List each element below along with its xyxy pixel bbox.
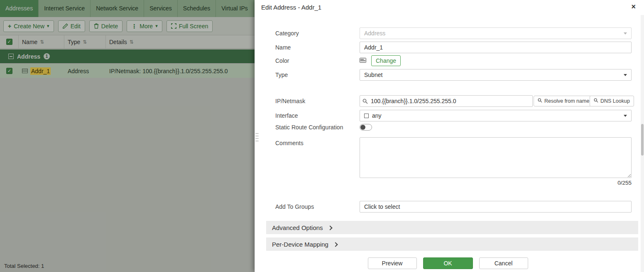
ok-button[interactable]: OK	[423, 257, 473, 269]
interface-value: any	[372, 112, 382, 119]
resize-grip[interactable]	[255, 132, 259, 145]
search-icon	[594, 98, 598, 104]
screen: Addresses Internet Service Network Servi…	[0, 0, 644, 272]
static-route-label: Static Route Configuration	[275, 121, 343, 133]
color-field: Change	[360, 55, 401, 66]
advanced-options-label: Advanced Options	[272, 224, 323, 231]
per-device-mapping-section[interactable]: Per-Device Mapping	[266, 237, 638, 251]
type-select[interactable]: Subnet	[360, 69, 632, 81]
dialog-footer: Preview OK Cancel	[255, 255, 641, 272]
color-label: Color	[275, 55, 289, 67]
caret-down-icon	[624, 32, 627, 35]
add-to-groups-input[interactable]	[360, 201, 632, 213]
caret-down-icon	[624, 115, 627, 117]
cancel-button[interactable]: Cancel	[479, 257, 528, 269]
close-icon[interactable]: ×	[631, 2, 636, 12]
color-swatch-icon[interactable]	[360, 57, 366, 64]
caret-down-icon	[624, 74, 627, 76]
category-label: Category	[275, 27, 299, 39]
comments-label: Comments	[275, 137, 304, 149]
scrollbar-thumb[interactable]	[641, 124, 644, 156]
interface-select[interactable]: any	[360, 110, 632, 121]
change-color-button[interactable]: Change	[371, 55, 401, 66]
name-label: Name	[275, 42, 291, 53]
chevron-right-icon	[333, 242, 338, 247]
ip-netmask-input[interactable]	[360, 95, 533, 107]
dns-lookup-label: DNS Lookup	[600, 98, 630, 104]
addresses-page: Addresses Internet Service Network Servi…	[0, 0, 255, 272]
preview-button[interactable]: Preview	[368, 257, 417, 269]
comments-textarea[interactable]	[360, 137, 632, 178]
resolve-from-name-label: Resolve from name	[544, 98, 589, 104]
modal-dim-overlay	[0, 0, 255, 272]
interface-icon	[364, 114, 369, 118]
advanced-options-section[interactable]: Advanced Options	[266, 221, 638, 234]
comments-counter: 0/255	[360, 180, 632, 186]
add-to-groups-label: Add To Groups	[275, 201, 314, 213]
ip-netmask-field	[360, 95, 533, 107]
category-select[interactable]: Address	[360, 27, 632, 39]
chevron-right-icon	[328, 225, 332, 230]
static-route-toggle[interactable]	[360, 124, 372, 131]
category-value: Address	[364, 30, 385, 37]
interface-label: Interface	[275, 110, 298, 121]
search-icon	[538, 98, 542, 104]
dns-lookup-button[interactable]: DNS Lookup	[590, 96, 634, 106]
type-label: Type	[275, 69, 288, 81]
type-value: Subnet	[364, 72, 382, 78]
dialog-title: Edit Address - Addr_1	[261, 4, 321, 11]
toggle-knob	[360, 125, 365, 130]
edit-address-dialog: Edit Address - Addr_1 × Category Address…	[255, 0, 644, 272]
per-device-mapping-label: Per-Device Mapping	[272, 241, 328, 248]
name-input[interactable]	[360, 42, 632, 53]
resolve-from-name-button[interactable]: Resolve from name	[534, 96, 593, 106]
ip-netmask-label: IP/Netmask	[275, 95, 305, 107]
search-icon	[362, 98, 368, 106]
